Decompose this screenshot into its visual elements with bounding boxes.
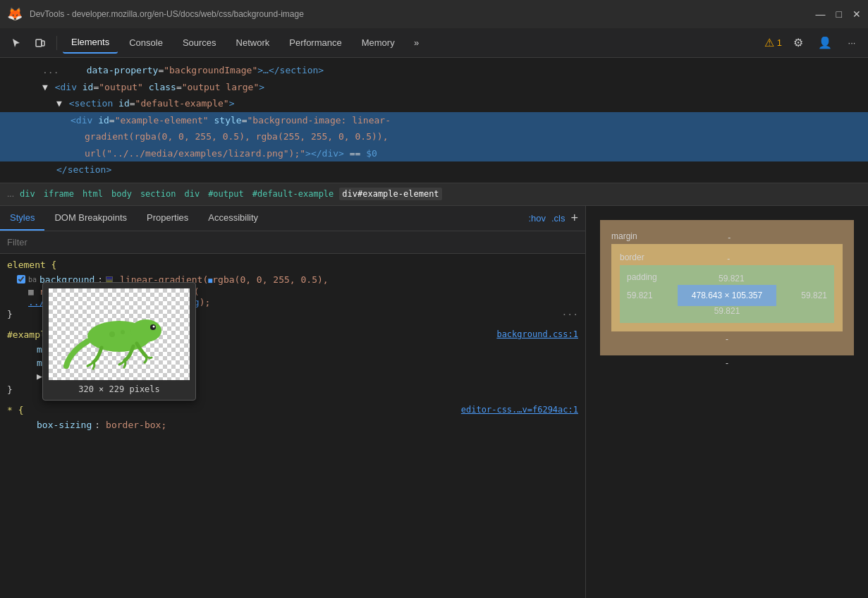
box-border-header: border - [620, 252, 834, 265]
filter-input[interactable] [7, 237, 578, 248]
breadcrumb-bar: ... div iframe html body section div #ou… [0, 183, 868, 206]
tab-network[interactable]: Network [228, 32, 279, 54]
tab-sources[interactable]: Sources [174, 32, 225, 54]
svg-point-6 [109, 331, 115, 337]
sub-tab-actions: :hov .cls + [528, 211, 585, 226]
box-padding-header: padding 59.821 [627, 272, 827, 285]
box-margin-header: margin - [611, 231, 843, 244]
breadcrumb-div1[interactable]: div [17, 188, 38, 200]
box-padding: padding 59.821 59.821 478.643 × 105.357 … [620, 265, 834, 323]
padding-left: 59.821 [627, 291, 653, 300]
styles-panel: Styles DOM Breakpoints Properties Access… [0, 206, 586, 599]
title-text: DevTools - developer.mozilla.org/en-US/d… [30, 9, 304, 19]
background-css-link[interactable]: background.css:1 [496, 329, 578, 339]
main-area: Styles DOM Breakpoints Properties Access… [0, 206, 868, 599]
cls-button[interactable]: .cls [551, 213, 566, 224]
user-button[interactable]: 👤 [814, 32, 836, 54]
margin-bottom-dash: - [726, 334, 728, 344]
settings-button[interactable]: ⚙ [788, 32, 809, 54]
html-line-close[interactable]: </section> [0, 161, 868, 178]
html-line-selected-cont2[interactable]: url("../../media/examples/lizard.png");"… [0, 145, 868, 162]
padding-bottom: 59.821 [714, 306, 740, 316]
breadcrumb-default-example[interactable]: #default-example [250, 188, 337, 200]
html-line-1[interactable]: ... data-property="backgroundImage">…</s… [0, 62, 868, 79]
main-toolbar: Elements Console Sources Network Perform… [0, 28, 868, 58]
prop-bg-checkbox[interactable] [17, 275, 25, 283]
more-options-dots[interactable]: ··· [562, 309, 578, 319]
breadcrumb-body[interactable]: body [109, 188, 135, 200]
box-margin-bottom: - [726, 334, 728, 344]
box-padding-bottom-row: 59.821 [627, 306, 827, 316]
tab-performance[interactable]: Performance [281, 32, 350, 54]
more-tabs-button[interactable]: » [406, 32, 427, 54]
box-model-panel: margin - border - padding 59.821 [586, 206, 868, 599]
svg-point-3 [130, 319, 161, 342]
css-rule-wildcard: * { editor-css.…v=f6294ac:1 box-sizing :… [0, 402, 585, 432]
minimize-button[interactable]: — [816, 8, 826, 20]
prop-bg-indicator: ba [28, 276, 37, 283]
browser-icon: 🦊 [7, 6, 23, 22]
sub-tabs: Styles DOM Breakpoints Properties Access… [0, 206, 585, 231]
breadcrumb-iframe[interactable]: iframe [41, 188, 77, 200]
html-line-2[interactable]: ▼ <div id="output" class="output large"> [0, 79, 868, 96]
svg-rect-0 [36, 39, 42, 47]
warning-badge[interactable]: ⚠ 1 [764, 36, 782, 49]
subtab-accessibility[interactable]: Accessibility [198, 206, 268, 231]
breadcrumb-output[interactable]: #output [205, 188, 247, 200]
breadcrumb-example-element[interactable]: div#example-element [339, 188, 441, 200]
html-line-selected[interactable]: <div id="example-element" style="backgro… [0, 112, 868, 129]
css-rule-element-header: element { [0, 257, 585, 273]
box-content-size: 478.643 × 105.357 [678, 285, 776, 306]
title-bar: 🦊 DevTools - developer.mozilla.org/en-US… [0, 0, 868, 28]
cursor-tool-button[interactable] [6, 32, 27, 54]
margin-dash-top: - [728, 233, 731, 243]
lizard-svg [63, 295, 176, 373]
svg-rect-1 [42, 41, 44, 46]
box-border: border - padding 59.821 59.821 478.643 ×… [611, 244, 843, 331]
css-rule-wildcard-header: * { editor-css.…v=f6294ac:1 [0, 402, 585, 418]
filter-bar [0, 231, 585, 254]
padding-right: 59.821 [801, 291, 827, 300]
box-content-row: 59.821 478.643 × 105.357 59.821 [627, 285, 827, 306]
editor-css-link[interactable]: editor-css.…v=f6294ac:1 [461, 405, 578, 415]
padding-expand[interactable]: ▶ [37, 371, 42, 382]
padding-label: padding [627, 272, 657, 282]
html-line-3[interactable]: ▼ <section id="default-example"> [0, 95, 868, 112]
image-tooltip-label: 320 × 229 pixels [49, 384, 190, 394]
subtab-styles[interactable]: Styles [0, 206, 44, 231]
box-margin: margin - border - padding 59.821 [600, 220, 854, 355]
image-tooltip: 320 × 229 pixels [42, 282, 196, 401]
padding-top: 59.821 [719, 274, 745, 283]
maximize-button[interactable]: □ [836, 8, 842, 20]
warning-icon: ⚠ [764, 36, 774, 49]
window-controls: — □ ✕ [816, 8, 861, 20]
breadcrumb-ellipsis[interactable]: ... [7, 189, 14, 199]
border-dash: - [727, 254, 730, 264]
svg-point-5 [153, 325, 155, 327]
tab-elements[interactable]: Elements [63, 32, 118, 54]
breadcrumb-div2[interactable]: div [181, 188, 202, 200]
margin-label: margin [611, 231, 637, 241]
box-outer-bottom: - [600, 358, 854, 368]
device-mode-button[interactable] [30, 32, 51, 54]
tab-memory[interactable]: Memory [353, 32, 403, 54]
subtab-properties[interactable]: Properties [137, 206, 198, 231]
add-rule-button[interactable]: + [570, 211, 578, 226]
html-line-selected-cont[interactable]: gradient(rgba(0, 0, 255, 0.5), rgba(255,… [0, 128, 868, 145]
svg-point-7 [121, 330, 125, 334]
lizard-image [49, 288, 190, 380]
css-selector-wildcard: * { [7, 405, 23, 415]
breadcrumb-html[interactable]: html [80, 188, 106, 200]
toolbar-right: ⚠ 1 ⚙ 👤 ··· [764, 32, 862, 54]
css-rules-area: 320 × 229 pixels element { ba background… [0, 254, 585, 599]
subtab-dom-breakpoints[interactable]: DOM Breakpoints [44, 206, 137, 231]
close-button[interactable]: ✕ [852, 8, 861, 20]
tab-console[interactable]: Console [121, 32, 171, 54]
border-label: border [620, 252, 644, 262]
box-model-area: margin - border - padding 59.821 [586, 206, 868, 599]
breadcrumb-section[interactable]: section [137, 188, 179, 200]
more-options-button[interactable]: ··· [841, 32, 862, 54]
hov-button[interactable]: :hov [528, 213, 546, 224]
toolbar-separator [56, 36, 57, 50]
outer-bottom-dash: - [726, 358, 728, 368]
